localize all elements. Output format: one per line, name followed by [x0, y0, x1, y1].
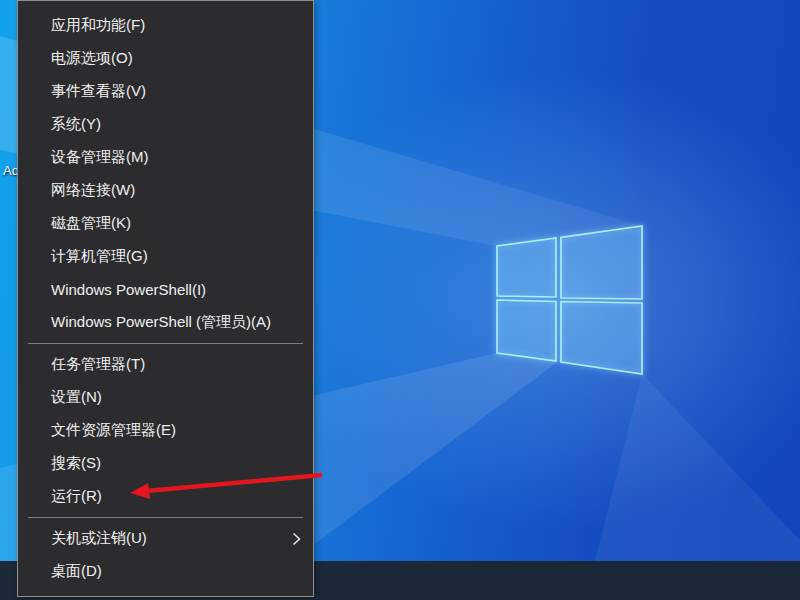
menu-item-system[interactable]: 系统(Y): [18, 108, 313, 141]
menu-item-shutdown-signout[interactable]: 关机或注销(U): [18, 522, 313, 555]
menu-item-label: Windows PowerShell (管理员)(A): [51, 313, 271, 332]
menu-item-label: 网络连接(W): [51, 181, 135, 200]
menu-item-label: 事件查看器(V): [51, 82, 146, 101]
menu-item-settings[interactable]: 设置(N): [18, 381, 313, 414]
menu-item-search[interactable]: 搜索(S): [18, 447, 313, 480]
menu-item-powershell[interactable]: Windows PowerShell(I): [18, 273, 313, 306]
menu-item-device-manager[interactable]: 设备管理器(M): [18, 141, 313, 174]
menu-item-desktop[interactable]: 桌面(D): [18, 555, 313, 588]
menu-item-power-options[interactable]: 电源选项(O): [18, 42, 313, 75]
menu-item-file-explorer[interactable]: 文件资源管理器(E): [18, 414, 313, 447]
submenu-chevron-icon: [292, 532, 301, 546]
menu-item-label: 电源选项(O): [51, 49, 133, 68]
menu-item-computer-management[interactable]: 计算机管理(G): [18, 240, 313, 273]
menu-item-label: 设置(N): [51, 388, 102, 407]
menu-item-apps-features[interactable]: 应用和功能(F): [18, 9, 313, 42]
menu-item-label: 计算机管理(G): [51, 247, 148, 266]
menu-item-label: 桌面(D): [51, 562, 102, 581]
menu-item-label: 关机或注销(U): [51, 529, 147, 548]
menu-item-network-connections[interactable]: 网络连接(W): [18, 174, 313, 207]
menu-item-label: 文件资源管理器(E): [51, 421, 176, 440]
menu-item-label: 应用和功能(F): [51, 16, 145, 35]
menu-item-event-viewer[interactable]: 事件查看器(V): [18, 75, 313, 108]
menu-item-label: 磁盘管理(K): [51, 214, 131, 233]
menu-item-label: 系统(Y): [51, 115, 101, 134]
menu-item-powershell-admin[interactable]: Windows PowerShell (管理员)(A): [18, 306, 313, 339]
menu-item-label: 搜索(S): [51, 454, 101, 473]
menu-item-label: 任务管理器(T): [51, 355, 145, 374]
menu-separator: [28, 517, 303, 518]
winx-context-menu: 应用和功能(F) 电源选项(O) 事件查看器(V) 系统(Y) 设备管理器(M)…: [17, 0, 314, 597]
menu-item-task-manager[interactable]: 任务管理器(T): [18, 348, 313, 381]
menu-item-run[interactable]: 运行(R): [18, 480, 313, 513]
menu-item-label: Windows PowerShell(I): [51, 281, 206, 298]
menu-separator: [28, 343, 303, 344]
menu-item-disk-management[interactable]: 磁盘管理(K): [18, 207, 313, 240]
menu-item-label: 设备管理器(M): [51, 148, 149, 167]
menu-item-label: 运行(R): [51, 487, 102, 506]
